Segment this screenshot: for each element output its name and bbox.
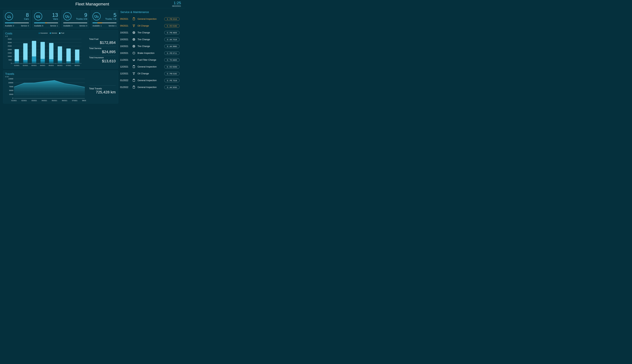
clock: 1:25 09/22/2021 bbox=[172, 1, 181, 7]
svg-rect-27 bbox=[23, 43, 28, 60]
svg-point-86 bbox=[133, 39, 134, 40]
service-plate[interactable]: S : AK 9960 bbox=[164, 44, 180, 48]
service-plate[interactable]: S : TH 4605 bbox=[164, 58, 180, 62]
service-date: 09/2021 bbox=[120, 18, 130, 20]
service-plate[interactable]: S : EO 0182 bbox=[164, 24, 180, 28]
service-row[interactable]: 12/2021 General Inspection S : EO 5050 bbox=[120, 63, 180, 70]
legend-insurance: Insurance bbox=[38, 32, 48, 34]
service-date: 12/2021 bbox=[120, 72, 130, 75]
svg-point-88 bbox=[133, 46, 134, 47]
total-travels-value: 725,428 km bbox=[89, 90, 116, 94]
svg-text:04/2021: 04/2021 bbox=[42, 100, 47, 102]
fleet-available: Available: 3 bbox=[5, 25, 14, 27]
service-row[interactable]: 10/2021 Tire Change S : AK 9960 bbox=[120, 43, 180, 50]
svg-text:03/2021: 03/2021 bbox=[31, 65, 37, 66]
svg-rect-40 bbox=[49, 62, 54, 64]
svg-text:0: 0 bbox=[11, 62, 12, 64]
svg-text:02/2021: 02/2021 bbox=[21, 100, 27, 102]
fleet-service: Service: 0 bbox=[80, 25, 87, 27]
clock-time: 1:25 bbox=[172, 1, 181, 5]
service-row[interactable]: 09/2021 General Inspection S : PB 2016 bbox=[120, 16, 180, 22]
svg-rect-41 bbox=[49, 59, 54, 62]
service-row[interactable]: 11/2021 Fuel Filter Change S : TH 4605 bbox=[120, 56, 180, 63]
total-fuel-label: Total Fuel bbox=[89, 38, 116, 40]
truck-icon bbox=[92, 12, 100, 20]
service-date: 10/2021 bbox=[120, 38, 130, 41]
service-list: 09/2021 General Inspection S : PB 2016 0… bbox=[120, 16, 180, 90]
service-plate[interactable]: S : PE 7018 bbox=[164, 79, 180, 82]
svg-text:05/2021: 05/2021 bbox=[49, 65, 54, 66]
fleet-card[interactable]: 8 Cars Available: 3 Service: 0 bbox=[3, 10, 31, 28]
fleet-label: Vans bbox=[52, 18, 58, 20]
total-insurance-label: Total Insurance bbox=[89, 56, 116, 59]
legend-fuel: Fuel bbox=[59, 32, 64, 34]
service-row[interactable]: 10/2021 Tire Change S : PB 4605 bbox=[120, 29, 180, 36]
service-plate[interactable]: S : PB 2016 bbox=[164, 17, 180, 21]
costs-chart: 0500010000150002000025000300003500001/20… bbox=[5, 38, 83, 67]
fleet-bar bbox=[63, 22, 87, 23]
svg-text:04/2021: 04/2021 bbox=[40, 65, 46, 66]
service-plate[interactable]: S : AK 7018 bbox=[164, 38, 180, 41]
svg-text:07/2021: 07/2021 bbox=[66, 65, 71, 66]
fleet-label: Trucks 3.5t bbox=[76, 18, 87, 20]
service-plate[interactable]: S : PB 0182 bbox=[164, 72, 180, 75]
fleet-cards: 8 Cars Available: 3 Service: 0 13 Vans bbox=[3, 10, 118, 28]
svg-text:100000: 100000 bbox=[8, 82, 13, 84]
fleet-bar bbox=[92, 22, 116, 23]
svg-text:25000: 25000 bbox=[9, 94, 14, 95]
service-row[interactable]: 01/2022 General Inspection S : PE 7018 bbox=[120, 77, 180, 84]
brake-icon bbox=[132, 52, 136, 54]
service-plate[interactable]: S : EO 5050 bbox=[164, 65, 180, 68]
service-row[interactable]: 01/2022 General Inspection S : AK 5050 bbox=[120, 84, 180, 90]
svg-rect-21 bbox=[14, 61, 19, 62]
fleet-bar bbox=[34, 22, 58, 23]
fleet-card[interactable]: 13 Vans Available: 6 Service: 1 bbox=[32, 10, 60, 28]
svg-point-84 bbox=[133, 32, 134, 33]
clipboard-icon bbox=[132, 86, 136, 89]
fleet-bar bbox=[5, 22, 29, 23]
svg-text:30000: 30000 bbox=[8, 42, 12, 43]
svg-rect-26 bbox=[23, 60, 28, 62]
total-service-label: Total Service bbox=[89, 47, 116, 50]
svg-text:07/2021: 07/2021 bbox=[72, 100, 78, 102]
funnel-icon bbox=[132, 72, 136, 75]
svg-text:15000: 15000 bbox=[8, 52, 12, 54]
svg-text:125000: 125000 bbox=[8, 78, 13, 80]
service-date: 11/2021 bbox=[120, 59, 130, 61]
fleet-card[interactable]: 5 Trucks 7.5t Available: 1 Service: 1 bbox=[91, 10, 118, 28]
service-label: Fuel Filter Change bbox=[138, 59, 162, 61]
svg-text:01/2021: 01/2021 bbox=[11, 100, 17, 102]
travels-subtitle: in km bbox=[5, 76, 116, 78]
svg-text:35000: 35000 bbox=[8, 38, 12, 40]
svg-rect-47 bbox=[58, 46, 62, 60]
service-plate[interactable]: S : PB 4605 bbox=[164, 31, 180, 34]
service-plate[interactable]: S : PE 0711 bbox=[164, 52, 180, 55]
car-icon bbox=[5, 12, 13, 20]
total-insurance-value: $13,610 bbox=[89, 59, 116, 63]
svg-rect-35 bbox=[40, 62, 45, 64]
svg-rect-1 bbox=[65, 16, 67, 17]
fleet-card[interactable]: 9 Trucks 3.5t Available: 0 Service: 0 bbox=[62, 10, 89, 28]
fleet-count: 13 bbox=[52, 12, 58, 18]
travels-chart: 025000500007500010000012500001/202102/20… bbox=[5, 78, 86, 102]
service-row[interactable]: 10/2021 Tire Change S : AK 7018 bbox=[120, 36, 180, 43]
svg-text:08/2021: 08/2021 bbox=[74, 65, 80, 66]
service-label: General Inspection bbox=[138, 86, 162, 88]
header: Fleet Management 1:25 09/22/2021 bbox=[0, 0, 184, 8]
service-plate[interactable]: S : AK 5050 bbox=[164, 86, 180, 89]
service-row[interactable]: 10/2021 Brake Inspection S : PE 0711 bbox=[120, 50, 180, 56]
svg-text:02/2021: 02/2021 bbox=[23, 65, 28, 66]
svg-rect-57 bbox=[75, 50, 79, 60]
svg-rect-36 bbox=[40, 59, 45, 62]
service-row[interactable]: 09/2021 Oil Change S : EO 0182 bbox=[120, 22, 180, 29]
service-row[interactable]: 12/2021 Oil Change S : PB 0182 bbox=[120, 70, 180, 77]
truck-icon bbox=[63, 12, 72, 20]
clipboard-icon bbox=[132, 18, 136, 20]
svg-rect-31 bbox=[32, 56, 36, 62]
fleet-count: 9 bbox=[76, 12, 87, 18]
svg-rect-30 bbox=[32, 62, 36, 64]
svg-text:06/2021: 06/2021 bbox=[62, 100, 67, 102]
service-label: General Inspection bbox=[138, 66, 162, 68]
svg-text:06/2021: 06/2021 bbox=[57, 65, 62, 66]
svg-text:5000: 5000 bbox=[8, 59, 12, 61]
